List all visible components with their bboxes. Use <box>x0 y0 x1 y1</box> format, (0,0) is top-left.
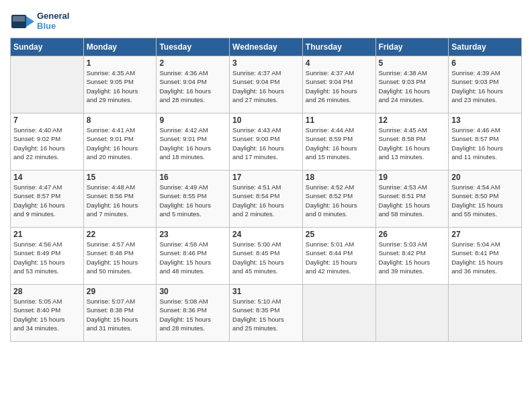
calendar-cell: 16Sunrise: 4:49 AM Sunset: 8:55 PM Dayli… <box>157 171 230 228</box>
day-number: 18 <box>306 173 373 182</box>
calendar-cell: 10Sunrise: 4:43 AM Sunset: 9:00 PM Dayli… <box>230 113 303 171</box>
day-number: 2 <box>159 58 226 68</box>
day-number: 16 <box>159 173 226 182</box>
week-row-1: 1Sunrise: 4:35 AM Sunset: 9:05 PM Daylig… <box>11 56 522 113</box>
week-row-3: 14Sunrise: 4:47 AM Sunset: 8:57 PM Dayli… <box>11 171 522 228</box>
day-info: Sunrise: 5:04 AM Sunset: 8:41 PM Dayligh… <box>451 240 519 275</box>
day-info: Sunrise: 4:58 AM Sunset: 8:46 PM Dayligh… <box>159 240 226 275</box>
day-info: Sunrise: 4:46 AM Sunset: 8:57 PM Dayligh… <box>451 126 519 161</box>
header-sunday: Sunday <box>11 38 84 56</box>
day-number: 17 <box>232 173 300 182</box>
day-info: Sunrise: 4:54 AM Sunset: 8:50 PM Dayligh… <box>451 183 519 218</box>
header-saturday: Saturday <box>449 38 522 56</box>
calendar-cell: 11Sunrise: 4:44 AM Sunset: 8:59 PM Dayli… <box>302 113 375 171</box>
calendar-cell: 12Sunrise: 4:45 AM Sunset: 8:58 PM Dayli… <box>375 113 449 171</box>
calendar-cell: 24Sunrise: 5:00 AM Sunset: 8:45 PM Dayli… <box>230 228 303 285</box>
day-number: 12 <box>379 116 446 125</box>
day-info: Sunrise: 4:39 AM Sunset: 9:03 PM Dayligh… <box>451 68 519 104</box>
logo-svg <box>10 9 34 34</box>
day-number: 10 <box>232 116 300 125</box>
calendar-cell: 30Sunrise: 5:08 AM Sunset: 8:36 PM Dayli… <box>157 285 230 342</box>
day-number: 1 <box>87 58 154 68</box>
day-number: 14 <box>13 173 81 182</box>
page-header: General Blue <box>10 7 522 34</box>
calendar-cell: 2Sunrise: 4:36 AM Sunset: 9:04 PM Daylig… <box>157 56 230 113</box>
day-info: Sunrise: 4:51 AM Sunset: 8:54 PM Dayligh… <box>232 183 300 218</box>
day-info: Sunrise: 4:48 AM Sunset: 8:56 PM Dayligh… <box>87 183 154 218</box>
day-info: Sunrise: 4:47 AM Sunset: 8:57 PM Dayligh… <box>13 183 81 218</box>
logo-container: General Blue <box>10 9 69 34</box>
calendar-cell: 23Sunrise: 4:58 AM Sunset: 8:46 PM Dayli… <box>157 228 230 285</box>
day-info: Sunrise: 4:41 AM Sunset: 9:01 PM Dayligh… <box>87 126 154 161</box>
day-number: 13 <box>451 116 519 125</box>
day-number: 30 <box>159 287 226 296</box>
day-info: Sunrise: 4:40 AM Sunset: 9:02 PM Dayligh… <box>13 126 81 161</box>
day-info: Sunrise: 5:03 AM Sunset: 8:42 PM Dayligh… <box>379 240 446 275</box>
day-info: Sunrise: 4:56 AM Sunset: 8:49 PM Dayligh… <box>13 240 81 275</box>
calendar-cell: 21Sunrise: 4:56 AM Sunset: 8:49 PM Dayli… <box>11 228 84 285</box>
day-number: 28 <box>13 287 81 296</box>
calendar-cell: 18Sunrise: 4:52 AM Sunset: 8:52 PM Dayli… <box>302 171 375 228</box>
day-number: 22 <box>87 230 154 239</box>
calendar-cell: 3Sunrise: 4:37 AM Sunset: 9:04 PM Daylig… <box>230 56 303 113</box>
calendar-cell: 8Sunrise: 4:41 AM Sunset: 9:01 PM Daylig… <box>83 113 157 171</box>
day-info: Sunrise: 4:37 AM Sunset: 9:04 PM Dayligh… <box>232 68 300 104</box>
calendar-cell <box>375 285 449 342</box>
calendar-header-row: SundayMondayTuesdayWednesdayThursdayFrid… <box>11 38 522 56</box>
calendar-cell: 20Sunrise: 4:54 AM Sunset: 8:50 PM Dayli… <box>449 171 522 228</box>
day-number: 3 <box>232 58 300 68</box>
logo-text-blue: Blue <box>37 21 69 32</box>
day-number: 6 <box>451 58 519 68</box>
calendar-table: SundayMondayTuesdayWednesdayThursdayFrid… <box>10 38 522 342</box>
calendar-cell <box>449 285 522 342</box>
calendar-cell: 13Sunrise: 4:46 AM Sunset: 8:57 PM Dayli… <box>449 113 522 171</box>
day-info: Sunrise: 5:07 AM Sunset: 8:38 PM Dayligh… <box>87 297 154 332</box>
day-number: 19 <box>379 173 446 182</box>
calendar-cell <box>11 56 84 113</box>
calendar-cell: 4Sunrise: 4:37 AM Sunset: 9:04 PM Daylig… <box>302 56 375 113</box>
day-number: 9 <box>159 116 226 125</box>
day-info: Sunrise: 4:43 AM Sunset: 9:00 PM Dayligh… <box>232 126 300 161</box>
day-number: 11 <box>306 116 373 125</box>
day-info: Sunrise: 4:35 AM Sunset: 9:05 PM Dayligh… <box>87 68 154 104</box>
calendar-cell <box>302 285 375 342</box>
logo-text-general: General <box>37 11 69 21</box>
day-number: 26 <box>379 230 446 239</box>
day-info: Sunrise: 4:36 AM Sunset: 9:04 PM Dayligh… <box>159 68 226 104</box>
week-row-4: 21Sunrise: 4:56 AM Sunset: 8:49 PM Dayli… <box>11 228 522 285</box>
day-number: 7 <box>13 116 81 125</box>
day-info: Sunrise: 4:57 AM Sunset: 8:48 PM Dayligh… <box>87 240 154 275</box>
calendar-cell: 9Sunrise: 4:42 AM Sunset: 9:01 PM Daylig… <box>157 113 230 171</box>
day-number: 20 <box>451 173 519 182</box>
day-info: Sunrise: 5:00 AM Sunset: 8:45 PM Dayligh… <box>232 240 300 275</box>
week-row-2: 7Sunrise: 4:40 AM Sunset: 9:02 PM Daylig… <box>11 113 522 171</box>
day-number: 23 <box>159 230 226 239</box>
header-thursday: Thursday <box>302 38 375 56</box>
day-info: Sunrise: 5:05 AM Sunset: 8:40 PM Dayligh… <box>13 297 81 332</box>
day-info: Sunrise: 5:01 AM Sunset: 8:44 PM Dayligh… <box>306 240 373 275</box>
calendar-cell: 14Sunrise: 4:47 AM Sunset: 8:57 PM Dayli… <box>11 171 84 228</box>
day-number: 5 <box>379 58 446 68</box>
day-info: Sunrise: 4:52 AM Sunset: 8:52 PM Dayligh… <box>306 183 373 218</box>
day-number: 25 <box>306 230 373 239</box>
calendar-cell: 7Sunrise: 4:40 AM Sunset: 9:02 PM Daylig… <box>11 113 84 171</box>
calendar-cell: 22Sunrise: 4:57 AM Sunset: 8:48 PM Dayli… <box>83 228 157 285</box>
header-wednesday: Wednesday <box>230 38 303 56</box>
day-number: 27 <box>451 230 519 239</box>
header-tuesday: Tuesday <box>157 38 230 56</box>
calendar-cell: 15Sunrise: 4:48 AM Sunset: 8:56 PM Dayli… <box>83 171 157 228</box>
day-number: 24 <box>232 230 300 239</box>
header-friday: Friday <box>375 38 449 56</box>
day-number: 31 <box>232 287 300 296</box>
calendar-cell: 6Sunrise: 4:39 AM Sunset: 9:03 PM Daylig… <box>449 56 522 113</box>
day-number: 8 <box>87 116 154 125</box>
svg-rect-2 <box>13 16 25 21</box>
day-info: Sunrise: 5:08 AM Sunset: 8:36 PM Dayligh… <box>159 297 226 332</box>
day-number: 29 <box>87 287 154 296</box>
day-info: Sunrise: 4:44 AM Sunset: 8:59 PM Dayligh… <box>306 126 373 161</box>
day-info: Sunrise: 4:45 AM Sunset: 8:58 PM Dayligh… <box>379 126 446 161</box>
day-info: Sunrise: 4:49 AM Sunset: 8:55 PM Dayligh… <box>159 183 226 218</box>
calendar-cell: 5Sunrise: 4:38 AM Sunset: 9:03 PM Daylig… <box>375 56 449 113</box>
day-number: 4 <box>306 58 373 68</box>
calendar-cell: 26Sunrise: 5:03 AM Sunset: 8:42 PM Dayli… <box>375 228 449 285</box>
